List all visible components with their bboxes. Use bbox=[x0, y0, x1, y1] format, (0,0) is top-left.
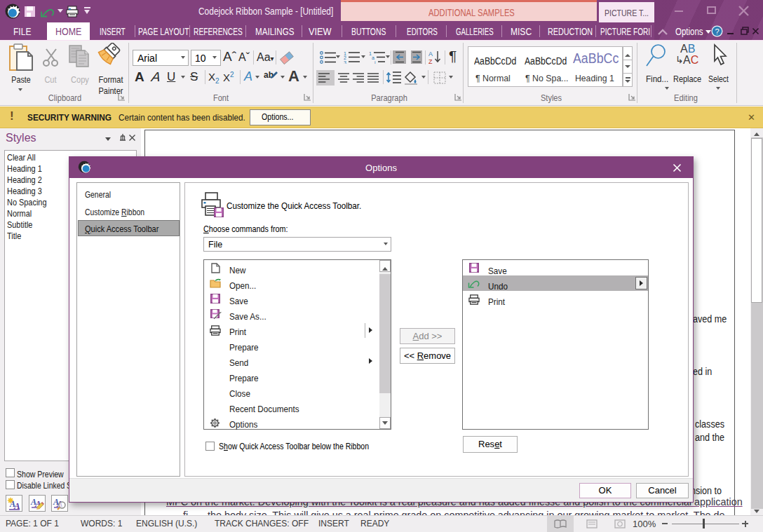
svg-text:3: 3 bbox=[344, 60, 346, 64]
svg-text:A: A bbox=[428, 50, 433, 57]
svg-text:Z: Z bbox=[428, 58, 433, 64]
svg-text:A: A bbox=[13, 500, 20, 510]
svg-text:i: i bbox=[374, 60, 376, 64]
svg-text:?: ? bbox=[715, 27, 719, 36]
